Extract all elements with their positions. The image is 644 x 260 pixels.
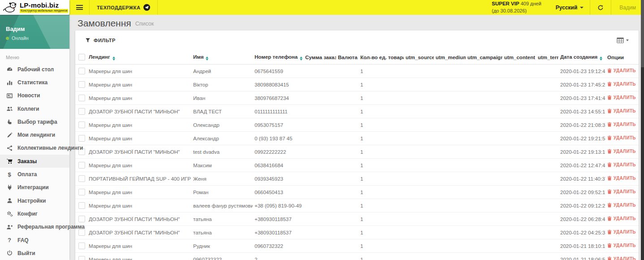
sidebar-item-orders[interactable]: Заказы: [0, 155, 69, 168]
scrollbar-thumb[interactable]: [641, 0, 644, 67]
user-icon: [6, 197, 13, 204]
delete-button[interactable]: УДАЛИТЬ: [607, 149, 636, 154]
row-checkbox[interactable]: [78, 162, 85, 169]
cell-utm-source: [404, 199, 434, 212]
sidebar: Вадим Онлайн Меню Рабочий стол Статистик…: [0, 15, 69, 260]
cell-utm-term: [536, 253, 558, 260]
cell-utm-term: [536, 226, 558, 239]
orders-card: ФИЛЬТР: [75, 30, 639, 260]
row-checkbox[interactable]: [78, 108, 85, 115]
column-header-phone[interactable]: Номер телефона: [253, 50, 303, 65]
row-checkbox[interactable]: [78, 243, 85, 249]
hand-pointer-icon: [6, 118, 13, 125]
delete-button[interactable]: УДАЛИТЬ: [607, 243, 636, 248]
hamburger-menu-button[interactable]: [69, 0, 89, 15]
table-row: ДОЗАТОР ЗУБНОЇ ПАСТИ "МИНЬОН" test dvadv…: [75, 145, 639, 159]
delete-button[interactable]: УДАЛИТЬ: [607, 162, 636, 168]
select-all-checkbox[interactable]: [78, 54, 85, 61]
page-subtitle: Список: [135, 21, 154, 28]
delete-button[interactable]: УДАЛИТЬ: [607, 203, 636, 208]
filter-button[interactable]: ФИЛЬТР: [85, 38, 116, 43]
sidebar-item-news[interactable]: Новости: [0, 89, 69, 102]
row-checkbox[interactable]: [78, 68, 85, 74]
cell-utm-medium: [434, 239, 466, 253]
table-header-row: Лендинг Имя Номер телефона Сумма заказа …: [75, 50, 639, 65]
delete-button[interactable]: УДАЛИТЬ: [607, 82, 636, 87]
sidebar-item-tariff[interactable]: Выбор тарифа: [0, 115, 69, 128]
table-row: Маркеры для шин Андрей 0675641559 1 2020…: [75, 65, 639, 78]
logo[interactable]: LP-mobi.biz Конструктор мобильных лендин…: [0, 0, 69, 15]
refresh-button[interactable]: [590, 0, 611, 15]
cell-utm-source: [404, 78, 434, 91]
delete-button[interactable]: УДАЛИТЬ: [607, 122, 636, 127]
sidebar-item-payment[interactable]: $ Оплата: [0, 168, 69, 181]
sidebar-item-dashboard[interactable]: Рабочий стол: [0, 63, 69, 76]
sidebar-item-settings[interactable]: Настройки: [0, 194, 69, 207]
cell-name: Андрей: [191, 65, 253, 78]
vip-badge: SUPER VIP: [492, 1, 519, 6]
tech-support-button[interactable]: ТЕХПОДДЕРЖКА: [89, 0, 158, 15]
sidebar-item-colleagues[interactable]: Коллеги: [0, 102, 69, 115]
language-selector[interactable]: Русский: [549, 0, 590, 15]
page-scrollbar[interactable]: [641, 0, 644, 260]
table-row: Маркеры для шин Віктор 380988083415 1 20…: [75, 78, 639, 91]
cell-utm-source: [404, 253, 434, 260]
row-checkbox[interactable]: [78, 81, 85, 88]
column-header-name[interactable]: Имя: [191, 50, 253, 65]
column-header-currency: Валюта: [336, 50, 359, 65]
cell-currency: [336, 253, 359, 260]
row-checkbox[interactable]: [78, 121, 85, 128]
sidebar-item-logout[interactable]: Выйти: [0, 247, 69, 260]
cell-utm-term: [536, 145, 558, 159]
cell-quantity: 1: [359, 65, 404, 78]
row-checkbox[interactable]: [78, 189, 85, 195]
row-checkbox[interactable]: [78, 256, 85, 260]
cell-name: ВЛАД ТЕСТ: [191, 105, 253, 118]
row-checkbox[interactable]: [78, 216, 85, 222]
cell-utm-content: [502, 253, 536, 260]
trash-icon: [607, 68, 612, 73]
table-row: ДОЗАТОР ЗУБНОЇ ПАСТИ "МИНЬОН" ВЛАД ТЕСТ …: [75, 105, 639, 118]
sidebar-item-statistics[interactable]: Статистика: [0, 76, 69, 89]
delete-button[interactable]: УДАЛИТЬ: [607, 189, 636, 195]
column-header-utm-medium: utm_medium: [434, 50, 466, 65]
column-header-options: Опции: [605, 50, 639, 65]
cell-utm-term: [536, 239, 558, 253]
column-header-created[interactable]: Дата создания: [558, 50, 605, 65]
sidebar-item-referral[interactable]: Реферальная программа: [0, 221, 69, 234]
delete-button[interactable]: УДАЛИТЬ: [607, 68, 636, 74]
profile-card: Вадим Онлайн: [0, 15, 69, 49]
topbar-username[interactable]: Вадим: [611, 0, 644, 15]
row-checkbox[interactable]: [78, 175, 85, 182]
delete-button[interactable]: УДАЛИТЬ: [607, 256, 636, 260]
cell-utm-source: [404, 65, 434, 78]
column-settings-button[interactable]: [617, 37, 629, 43]
row-checkbox[interactable]: [78, 95, 85, 101]
filter-icon: [85, 38, 91, 43]
row-checkbox[interactable]: [78, 135, 85, 142]
top-bar: LP-mobi.biz Конструктор мобильных лендин…: [0, 0, 644, 15]
delete-button[interactable]: УДАЛИТЬ: [607, 230, 636, 235]
sort-icon: [300, 56, 303, 61]
delete-button[interactable]: УДАЛИТЬ: [607, 108, 636, 114]
menu-section-label: Меню: [0, 49, 69, 63]
cell-quantity: 1: [359, 91, 404, 105]
row-checkbox[interactable]: [78, 202, 85, 209]
cell-utm-medium: [434, 226, 466, 239]
delete-button[interactable]: УДАЛИТЬ: [607, 216, 636, 221]
column-header-landing[interactable]: Лендинг: [87, 50, 191, 65]
sidebar-item-integrations[interactable]: Интеграции: [0, 181, 69, 194]
cell-utm-source: [404, 212, 434, 226]
cell-phone: 0111111111111: [253, 105, 303, 118]
cell-currency: [336, 132, 359, 145]
table-grid-icon: [617, 37, 624, 43]
sidebar-item-faq[interactable]: ? FAQ: [0, 234, 69, 247]
sidebar-item-collective-landings[interactable]: Коллективные лендинги: [0, 142, 69, 155]
delete-button[interactable]: УДАЛИТЬ: [607, 95, 636, 100]
sidebar-item-my-landings[interactable]: Мои лендинги: [0, 128, 69, 141]
row-checkbox[interactable]: [78, 229, 85, 236]
delete-button[interactable]: УДАЛИТЬ: [607, 176, 636, 181]
cell-quantity: 1: [359, 105, 404, 118]
sidebar-item-config[interactable]: Конфиг: [0, 207, 69, 220]
delete-button[interactable]: УДАЛИТЬ: [607, 135, 636, 141]
